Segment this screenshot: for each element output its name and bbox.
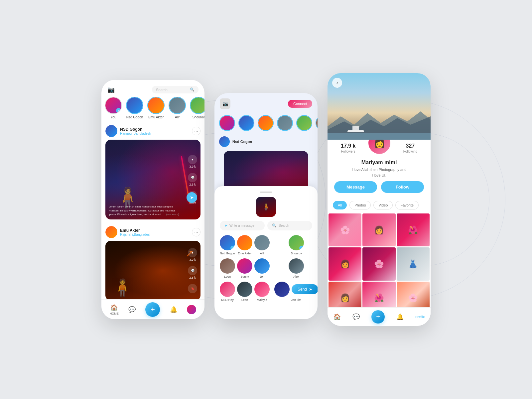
tab-all[interactable]: All <box>333 201 347 209</box>
post2-like-count: 3.9 k <box>189 258 196 261</box>
post2-like-action[interactable]: ♥ 3.9 k <box>188 248 197 261</box>
story-shourov[interactable]: Shourov <box>190 97 204 119</box>
profile-bio: I love Allah then Photography andI love … <box>352 167 407 178</box>
camera-icon[interactable]: 📷 <box>107 86 115 93</box>
p2-story-5[interactable] <box>296 115 312 131</box>
following-stat: 327 Following <box>403 143 417 153</box>
profile-tabs: All Photos Video Favorite <box>328 197 431 213</box>
phone2-stories <box>214 112 318 134</box>
following-label: Following <box>403 150 417 153</box>
grid-item-4[interactable]: 👩 <box>329 247 361 280</box>
see-more[interactable]: (see more) <box>166 213 179 216</box>
nav-chat[interactable]: 💬 <box>128 306 136 313</box>
p2-story-6[interactable] <box>316 115 318 131</box>
p2-story-3[interactable] <box>258 115 274 131</box>
contact-jon[interactable]: Jon <box>254 258 270 278</box>
p3-plus-btn[interactable]: + <box>371 310 385 324</box>
story-nsd[interactable]: Nsd Gogon <box>126 97 143 119</box>
grid-item-2[interactable]: 👩 <box>362 213 395 246</box>
contact-shourov[interactable]: ✓ Shourov <box>272 235 318 255</box>
p3-chat-icon: 💬 <box>352 313 360 321</box>
post2-username: Emu Akter <box>120 228 152 233</box>
share-modal: 🧍 ➤ Write a message 🔍 Search ✓ <box>214 186 318 319</box>
p3-nav-profile[interactable]: Profile <box>415 315 425 319</box>
contact-emu-akter[interactable]: Emu Akter <box>237 235 252 255</box>
story-label-shourov: Shourov <box>192 115 204 119</box>
message-input[interactable]: ➤ Write a message <box>220 221 265 230</box>
contact-avatar-jon <box>254 258 270 274</box>
contact-avatar-leon2 <box>237 282 252 297</box>
tab-photos[interactable]: Photos <box>349 201 371 209</box>
p3-nav-plus[interactable]: + <box>371 310 385 324</box>
contact-sunny[interactable]: Sunny <box>237 258 252 278</box>
phone-1-feed: 📷 Search 🔍 + You Nsd Gogon <box>101 80 204 319</box>
contact-malayla[interactable]: Malayla <box>254 282 270 302</box>
p2-story-1[interactable] <box>219 115 235 131</box>
contact-search-input[interactable]: 🔍 Search <box>267 221 312 230</box>
like-action[interactable]: ♥ 3.9 k <box>188 155 197 168</box>
post2-comment-action[interactable]: 💬 2.5 k <box>188 266 197 279</box>
send-arrow-icon: ➤ <box>224 223 227 228</box>
p2-story-2[interactable] <box>238 115 254 131</box>
contact-avatar-jonkim[interactable] <box>274 282 290 297</box>
comment-action[interactable]: 💬 2.5 k <box>188 173 197 186</box>
phone1-bottom-nav: 🏠 HOME 💬 + 🔔 <box>101 299 204 319</box>
contact-nsd-roy[interactable]: NSD Roy <box>220 282 235 302</box>
contact-name-jon: Jon <box>260 275 265 278</box>
grid-figure-4: 👩 <box>329 247 361 280</box>
nav-home[interactable]: 🏠 HOME <box>110 304 119 315</box>
p2-story-4[interactable] <box>277 115 293 131</box>
contact-alif[interactable]: Alif <box>254 235 270 255</box>
post1-more-btn[interactable]: ··· <box>192 127 200 135</box>
story-emu[interactable]: Emu Akter <box>147 97 165 119</box>
post2-user-info: Emu Akter Rajshahi,Bangladesh <box>120 228 152 236</box>
contact-leon[interactable]: Leon <box>220 258 235 278</box>
follow-button[interactable]: Follow <box>381 181 424 193</box>
post2-save-action[interactable]: 🔖 <box>188 284 197 293</box>
post1-header: NSD Gogon Rangpur,Bangladesh ··· <box>105 122 200 140</box>
back-button[interactable]: ‹ <box>332 78 342 88</box>
grid-item-6[interactable]: 👗 <box>397 247 430 280</box>
followers-stat: 17.9 k Followers <box>341 143 355 153</box>
post1-image: 🧍 ♥ 3.9 k 💬 2.5 k 🔖 Save <box>105 140 200 219</box>
grid-item-1[interactable]: 🌸 <box>329 213 361 246</box>
nav-profile[interactable] <box>187 305 196 314</box>
grid-item-5[interactable]: 🌸 <box>362 247 395 280</box>
search-placeholder-modal: Search <box>279 224 289 227</box>
p3-nav-chat[interactable]: 💬 <box>352 313 360 321</box>
story-alif[interactable]: Alif <box>169 97 186 119</box>
contact-name-nsd: Nsd Gogon <box>220 252 235 255</box>
post2-user: Emu Akter Rajshahi,Bangladesh <box>105 226 152 238</box>
send-label: Send <box>298 287 307 292</box>
post2-image: 🧍 ↗ ♥ 3.9 k 💬 2.5 k 🔖 <box>105 241 200 301</box>
share-btn[interactable]: ➤ <box>187 192 197 203</box>
plus-btn[interactable]: + <box>145 302 160 317</box>
contact-nsd-gogon[interactable]: ✓ Nsd Gogon <box>220 235 235 255</box>
followers-label: Followers <box>341 150 355 153</box>
phone3-bottom-nav: 🏠 💬 + 🔔 Profile <box>328 307 431 326</box>
grid-figure-6: 👗 <box>397 247 430 280</box>
search-icon: 🔍 <box>190 87 195 92</box>
phone1-header: 📷 Search 🔍 <box>101 80 204 97</box>
connect-button[interactable]: Connect <box>288 100 312 108</box>
nav-bell[interactable]: 🔔 <box>170 306 177 313</box>
tab-favorite[interactable]: Favorite <box>395 201 419 209</box>
message-button[interactable]: Message <box>334 181 377 193</box>
phone2-camera-icon[interactable]: 📷 <box>220 98 230 109</box>
post1-caption: Lorem ipsum dolor sit amet, consectetur … <box>109 205 184 216</box>
p3-nav-bell[interactable]: 🔔 <box>396 313 404 321</box>
contact-leon2[interactable]: Leon <box>237 282 252 302</box>
nav-plus[interactable]: + <box>145 302 160 317</box>
story-you[interactable]: + You <box>105 97 122 119</box>
contact-alex[interactable]: Alex <box>272 258 318 278</box>
cover-photo: ‹ <box>328 73 431 140</box>
search-bar[interactable]: Search 🔍 <box>152 86 199 93</box>
p3-nav-home[interactable]: 🏠 <box>333 313 341 321</box>
send-button[interactable]: Send ➤ <box>292 284 318 294</box>
tab-video[interactable]: Video <box>373 201 393 209</box>
add-story-btn[interactable]: + <box>116 108 121 113</box>
post2-more-btn[interactable]: ··· <box>192 228 200 236</box>
phone-3-profile: ‹ 17.9 k Followers 👩 327 Following Mariy… <box>328 73 431 326</box>
grid-item-3[interactable]: 🌺 <box>397 213 430 246</box>
contacts-grid: ✓ Nsd Gogon Emu Akter Alif <box>220 235 312 302</box>
